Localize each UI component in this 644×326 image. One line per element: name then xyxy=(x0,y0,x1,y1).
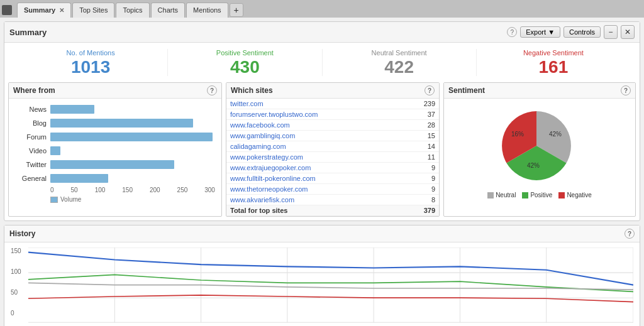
site-row: www.thetorneopoker.com 9 xyxy=(226,184,439,195)
legend-label: Volume xyxy=(60,196,81,203)
metric-positive: Positive Sentiment 430 xyxy=(168,49,322,76)
sentiment-title: Sentiment xyxy=(448,86,485,95)
tab-mentions[interactable]: Mentions xyxy=(186,3,228,18)
which-sites-header: Which sites ? xyxy=(226,83,439,99)
tab-summary-close[interactable]: ✕ xyxy=(59,7,64,14)
minimize-button[interactable]: − xyxy=(604,25,618,39)
tab-mentions-label: Mentions xyxy=(193,6,221,14)
panel-controls: ? Export ▼ Controls − ✕ xyxy=(507,25,635,39)
bar-container xyxy=(50,160,215,169)
where-from-header: Where from ? xyxy=(9,83,221,99)
line-chart-svg xyxy=(28,247,633,326)
site-link[interactable]: www.pokerstrategy.com xyxy=(230,153,303,161)
site-link[interactable]: www.gamblingiq.com xyxy=(230,132,295,139)
x-label: 100 xyxy=(95,187,106,193)
bar-container xyxy=(50,119,215,128)
bar-x-labels: 050100150200250300 xyxy=(50,187,215,193)
site-link[interactable]: www.facebook.com xyxy=(230,121,290,129)
legend-dot xyxy=(558,192,565,198)
legend-box xyxy=(50,197,58,203)
site-link[interactable]: calidagaming.com xyxy=(230,143,286,150)
negative-value: 161 xyxy=(477,58,630,76)
sentiment-legend-item: Neutral xyxy=(487,192,516,198)
export-button[interactable]: Export ▼ xyxy=(520,26,560,38)
tab-topsites-label: Top Sites xyxy=(79,6,108,14)
site-row: www.facebook.com 28 xyxy=(226,120,439,131)
x-label: 50 xyxy=(71,187,78,193)
pie-legend: Neutral Positive Negative xyxy=(487,192,592,198)
which-sites-help[interactable]: ? xyxy=(425,85,435,95)
sentiment-legend-label: Positive xyxy=(530,192,552,198)
sentiment-legend-item: Positive xyxy=(522,192,552,198)
bar-fill xyxy=(50,174,108,183)
x-label: 200 xyxy=(150,187,160,193)
x-label: 150 xyxy=(122,187,133,193)
pie-chart-svg: 42% 42% 16% xyxy=(489,105,590,187)
neutral-label: Neutral Sentiment xyxy=(323,49,476,57)
site-link[interactable]: www.akvariefisk.com xyxy=(230,196,294,204)
sentiment-header: Sentiment ? xyxy=(444,83,635,99)
site-count: 9 xyxy=(404,163,439,173)
help-button[interactable]: ? xyxy=(507,27,517,37)
controls-button[interactable]: Controls xyxy=(564,26,601,38)
history-panel: History ? 150100500 xyxy=(4,225,640,326)
tab-add-button[interactable]: + xyxy=(230,3,243,17)
summary-panel: Summary ? Export ▼ Controls − ✕ No. of M… xyxy=(4,21,640,221)
tab-summary[interactable]: Summary ✕ xyxy=(17,3,71,18)
bar-fill xyxy=(50,146,60,155)
metrics-row: No. of Mentions 1013 Positive Sentiment … xyxy=(4,43,640,82)
site-link[interactable]: twitter.com xyxy=(230,100,264,107)
which-sites-col: Which sites ? twitter.com 239 forumserve… xyxy=(226,82,440,217)
y-label: 100 xyxy=(11,268,21,275)
site-count: 239 xyxy=(404,99,439,109)
bar-x-axis: 050100150200250300 xyxy=(15,187,215,193)
bar-legend: Volume xyxy=(15,196,215,203)
site-count: 11 xyxy=(404,152,439,163)
neutral-value: 422 xyxy=(323,58,476,76)
where-from-title: Where from xyxy=(13,86,55,95)
close-button[interactable]: ✕ xyxy=(621,25,635,39)
bar-label: Twitter xyxy=(15,161,47,168)
site-count: 9 xyxy=(404,173,439,184)
tab-topics[interactable]: Topics xyxy=(116,3,149,18)
sentiment-legend-item: Negative xyxy=(558,192,591,198)
where-from-help[interactable]: ? xyxy=(207,85,217,95)
history-help[interactable]: ? xyxy=(625,229,635,239)
svg-text:42%: 42% xyxy=(527,162,540,169)
x-label: 0 xyxy=(50,187,54,193)
legend-dot xyxy=(522,192,528,198)
bar-fill xyxy=(50,133,213,141)
bar-row: News xyxy=(15,104,215,115)
site-count: 14 xyxy=(404,141,439,152)
positive-value: 430 xyxy=(168,58,321,76)
site-link[interactable]: www.extrajuegopoker.com xyxy=(230,164,311,171)
bar-row: Blog xyxy=(15,117,215,129)
site-row: calidagaming.com 14 xyxy=(226,141,439,152)
tab-bar: Summary ✕ Top Sites Topics Charts Mentio… xyxy=(0,0,644,18)
sites-table: twitter.com 239 forumserver.twoplustwo.c… xyxy=(226,99,439,216)
sentiment-help[interactable]: ? xyxy=(621,85,631,95)
site-link[interactable]: www.thetorneopoker.com xyxy=(230,185,308,193)
site-row: www.gamblingiq.com 15 xyxy=(226,131,439,141)
bar-row: Video xyxy=(15,145,215,156)
tab-topics-label: Topics xyxy=(123,6,142,14)
site-row: twitter.com 239 xyxy=(226,99,439,109)
bar-row: Forum xyxy=(15,131,215,143)
bar-fill xyxy=(50,160,174,169)
where-from-col: Where from ? News Blog Forum Video Twitt… xyxy=(8,82,222,217)
site-link[interactable]: www.fulltilt-pokeronline.com xyxy=(230,175,316,182)
site-link[interactable]: forumserver.twoplustwo.com xyxy=(230,111,318,118)
site-row: www.extrajuegopoker.com 9 xyxy=(226,163,439,173)
bar-row: General xyxy=(15,173,215,184)
bar-fill xyxy=(50,119,193,128)
tab-topsites[interactable]: Top Sites xyxy=(72,3,114,18)
which-sites-title: Which sites xyxy=(231,86,273,95)
mentions-label: No. of Mentions xyxy=(14,49,167,57)
site-count: 15 xyxy=(404,131,439,141)
bar-container xyxy=(50,174,215,183)
y-label: 150 xyxy=(11,247,21,254)
bar-label: Forum xyxy=(15,133,47,141)
site-row: www.fulltilt-pokeronline.com 9 xyxy=(226,173,439,184)
tab-charts[interactable]: Charts xyxy=(151,3,185,18)
sentiment-legend-label: Negative xyxy=(567,192,591,198)
